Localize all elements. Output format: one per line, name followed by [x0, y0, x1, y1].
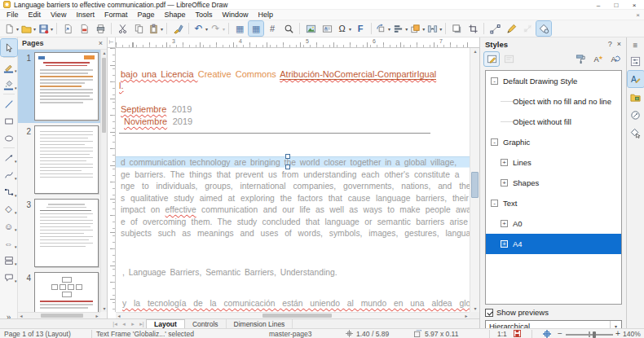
export-button[interactable] — [60, 21, 75, 36]
selection-handle[interactable] — [285, 154, 290, 159]
close-button[interactable]: × — [626, 0, 642, 10]
menu-view[interactable]: View — [46, 10, 71, 20]
sidebar-settings-icon[interactable]: ≡ — [628, 38, 644, 51]
style-item-shapes[interactable]: +Shapes — [486, 173, 621, 193]
style-item-graphic[interactable]: -Graphic — [486, 132, 621, 152]
clone-formatting-button[interactable] — [170, 21, 185, 36]
first-layer-icon[interactable]: |◂ — [111, 321, 119, 327]
align-objects-button[interactable]: ▾ — [392, 21, 408, 36]
insert-fontwork-button[interactable]: F — [353, 21, 368, 36]
scroll-down-icon[interactable]: ▾ — [101, 305, 108, 312]
selection-handle[interactable] — [285, 165, 290, 169]
toggle-extrusion-button[interactable] — [520, 21, 535, 36]
symbol-shapes-tool[interactable]: ☺▾ — [1, 217, 17, 235]
connectors-tool[interactable]: ▾ — [1, 183, 17, 200]
style-item-text[interactable]: -Text — [486, 193, 621, 213]
crop-button[interactable] — [465, 21, 480, 36]
received-date-line[interactable]: Septiembre 2019 — [121, 104, 192, 114]
rectangle-tool[interactable] — [1, 112, 17, 129]
save-button[interactable]: ▾ — [37, 21, 53, 36]
scrollbar-thumb[interactable] — [102, 58, 106, 133]
line-color-tool[interactable]: ▾ — [1, 59, 17, 76]
maximize-button[interactable]: □ — [608, 0, 624, 10]
pages-vertical-scrollbar[interactable]: ▴ ▾ — [100, 50, 107, 312]
menu-edit[interactable]: Edit — [24, 10, 46, 20]
page-thumbnail-3[interactable]: 3 — [18, 196, 100, 270]
distribute-button[interactable]: ▾ — [426, 21, 442, 36]
curves-and-polygons-tool[interactable]: ▾ — [1, 166, 17, 183]
ellipse-tool[interactable] — [1, 129, 17, 147]
scale-indicator[interactable]: 1:1 — [497, 330, 507, 338]
page-thumbnail-2[interactable]: 2 — [18, 123, 100, 196]
display-grid-button[interactable]: ▦ — [232, 21, 247, 36]
spanish-text-line[interactable]: y la tecnología de la comunicación están… — [122, 299, 480, 308]
canvas-horizontal-scrollbar[interactable]: ◂ ▸ — [116, 312, 470, 318]
license-line[interactable]: bajo una Licencia Creative Commons Atrib… — [121, 69, 436, 79]
flowchart-tool[interactable]: ▾ — [1, 252, 17, 269]
arrange-button[interactable]: ▾ — [409, 21, 425, 36]
style-item-object-without-fill[interactable]: Object without fill — [486, 112, 621, 132]
menu-shape[interactable]: Shape — [159, 10, 190, 20]
copy-button[interactable] — [131, 21, 146, 36]
sidebar-tab-shapes[interactable] — [628, 125, 644, 141]
presentation-styles-button[interactable] — [501, 52, 516, 66]
scrollbar-thumb[interactable] — [262, 314, 332, 318]
abstract-line[interactable]: impact on effective communication and ou… — [121, 205, 479, 214]
styles-panel-close-icon[interactable]: × — [617, 40, 621, 48]
document-modified-icon[interactable] — [514, 330, 521, 338]
abstract-line[interactable]: e of overcoming them. The study conclude… — [121, 217, 468, 226]
menu-file[interactable]: File — [2, 10, 24, 20]
cut-button[interactable] — [115, 21, 130, 36]
undo-button[interactable]: ↶▾ — [192, 21, 208, 36]
insert-line-tool[interactable] — [1, 95, 17, 112]
style-item-object-no-fill-no-line[interactable]: Object with no fill and no line — [486, 91, 621, 112]
last-layer-icon[interactable]: ▸| — [138, 321, 146, 327]
zoom-button[interactable] — [281, 21, 296, 36]
zoom-in-button[interactable]: + — [615, 329, 620, 338]
update-style-button[interactable]: A — [607, 52, 622, 66]
show-previews-checkbox[interactable] — [485, 309, 493, 317]
accepted-date-line[interactable]: Noviembre 2019 — [124, 116, 192, 126]
style-item-a0[interactable]: +A0 — [486, 213, 621, 234]
callout-shapes-tool[interactable]: ▾ — [1, 269, 17, 286]
redo-button[interactable]: ↷▾ — [210, 21, 225, 36]
abstract-line[interactable]: s qualitative study aimed at exploring t… — [121, 194, 469, 203]
page-thumbnail-1[interactable]: 1 — [18, 50, 100, 123]
tab-layout[interactable]: Layout — [146, 319, 185, 329]
minimize-button[interactable]: – — [590, 0, 607, 10]
tab-dimension-lines[interactable]: Dimension Lines — [227, 319, 293, 329]
abstract-line[interactable]: nge to individuals, groups, internationa… — [121, 182, 471, 191]
drawing-styles-button[interactable] — [484, 52, 499, 66]
next-layer-icon[interactable]: ▸ — [129, 321, 137, 327]
canvas-vertical-scrollbar[interactable]: ▴ ▾ — [470, 48, 479, 312]
zoom-slider-thumb[interactable] — [593, 331, 596, 338]
scrollbar-thumb[interactable] — [471, 172, 479, 198]
select-tool[interactable] — [1, 39, 17, 56]
insert-image-button[interactable] — [303, 21, 318, 36]
print-button[interactable] — [93, 21, 108, 36]
insert-special-character-button[interactable]: Ω▾ — [336, 21, 351, 36]
transformations-button[interactable]: ▾ — [375, 21, 390, 36]
keywords-line[interactable]: , Language Barriers, Semantic Barriers, … — [122, 268, 337, 277]
expand-icon[interactable]: + — [501, 220, 508, 227]
zoom-out-button[interactable]: − — [558, 329, 562, 338]
expand-icon[interactable]: + — [501, 240, 508, 248]
insert-text-box-button[interactable]: A — [320, 21, 334, 36]
menu-format[interactable]: Format — [99, 10, 133, 20]
export-pdf-button[interactable] — [77, 21, 91, 36]
close-document-icon[interactable]: × — [636, 11, 640, 19]
style-item-default-drawing-style[interactable]: -Default Drawing Style — [486, 71, 621, 91]
abstract-line[interactable]: ge barriers. The things that prevent us … — [121, 170, 460, 179]
snap-to-grid-button[interactable]: ▦ — [249, 21, 263, 36]
shadow-button[interactable] — [449, 21, 464, 36]
menu-window[interactable]: Window — [218, 10, 254, 20]
edit-points-button[interactable] — [487, 21, 502, 36]
collapse-icon[interactable]: - — [491, 77, 498, 85]
menu-tools[interactable]: Tools — [190, 10, 217, 20]
scrollbar-thumb[interactable] — [41, 314, 83, 318]
glue-points-button[interactable] — [504, 21, 518, 36]
previous-layer-icon[interactable]: ◂ — [120, 321, 128, 327]
sidebar-tab-navigator[interactable] — [628, 107, 644, 123]
sidebar-tab-properties[interactable] — [628, 53, 644, 69]
expand-icon[interactable]: + — [501, 179, 508, 187]
